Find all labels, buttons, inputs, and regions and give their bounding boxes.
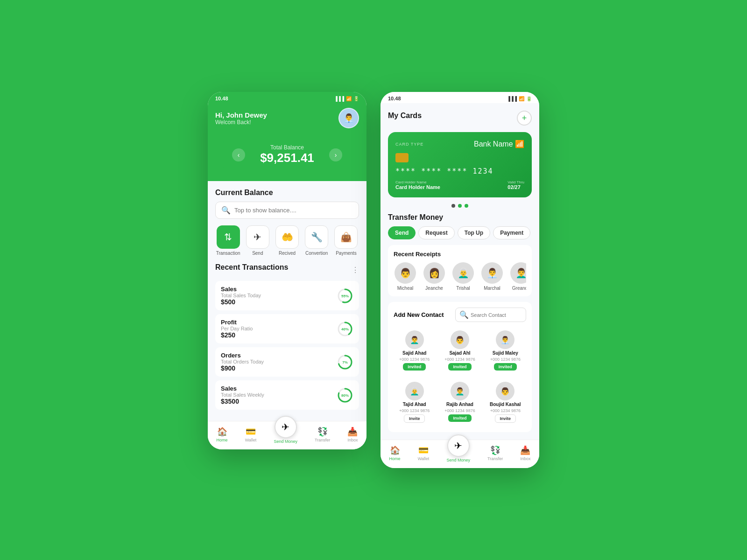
tab-request[interactable]: Request [418, 226, 454, 239]
receipt-avatar-micheal: 👨 [395, 262, 416, 284]
tx-amount: $500 [221, 298, 261, 306]
time-1: 10.48 [215, 96, 228, 101]
tab-payment[interactable]: Payment [493, 226, 530, 239]
nav-wallet[interactable]: 💳 Wallet [245, 427, 257, 442]
invite-button[interactable]: Invite [495, 414, 516, 423]
tx-amount: $900 [221, 364, 264, 372]
receipt-name-jeanche: Jeanche [425, 286, 443, 291]
send-money-fab[interactable]: ✈ [275, 416, 297, 438]
invite-button[interactable]: Invited [494, 363, 517, 371]
card-dots [388, 204, 532, 208]
search-bar[interactable]: 🔍 [215, 202, 359, 219]
action-send[interactable]: ✈ Send [245, 225, 270, 256]
recent-title: Recent Transactions [215, 263, 289, 272]
wifi-icon-2: 📶 [519, 96, 524, 101]
contact-avatar: 👨‍🦱 [405, 330, 424, 349]
send-fab-icon-2: ✈ [454, 440, 462, 451]
tab-send[interactable]: Send [388, 226, 416, 239]
tx-info-sales2: Sales Total Sales Weekly $3500 [221, 385, 264, 405]
action-received[interactable]: 🤲 Recived [274, 225, 300, 256]
transfer-icon: 💱 [317, 427, 328, 437]
contact-name: Sujid Maley [493, 350, 518, 356]
list-item[interactable]: 👩 Jeanche [423, 262, 446, 291]
receipt-avatar-trishal: 👨‍🦳 [452, 262, 474, 284]
next-arrow[interactable]: › [329, 148, 342, 161]
invite-button[interactable]: Invite [404, 414, 425, 423]
card-number: **** **** **** 1234 [395, 167, 524, 175]
status-bar-2: 10.48 ▐▐▐ 📶 🔋 [381, 92, 539, 103]
bank-name-area: Bank Name 📶 [474, 140, 524, 148]
search-contact[interactable]: 🔍 [455, 308, 526, 322]
tx-info-sales1: Sales Total Sales Today $500 [221, 286, 261, 306]
signal-icon: ▐▐▐ [334, 96, 344, 101]
avatar[interactable]: 👨‍💼 [338, 108, 359, 128]
send-icon: ✈ [246, 225, 269, 249]
wallet-label-2: Wallet [418, 456, 430, 461]
invite-button[interactable]: Invited [403, 363, 426, 371]
send-money-fab-2[interactable]: ✈ [447, 434, 470, 457]
card-dot-1[interactable] [451, 204, 455, 208]
list-item[interactable]: 👨‍🦱 Greanch [509, 262, 526, 291]
progress-ring-80: 80% [337, 387, 353, 404]
nav-inbox-2[interactable]: 📥 Inbox [520, 445, 530, 461]
home-label: Home [217, 438, 228, 442]
contact-phone: +000 1234 9876 [490, 408, 521, 413]
list-item[interactable]: 👨 Micheal [394, 262, 417, 291]
quick-actions: ⇅ Transaction ✈ Send 🤲 Recived 🔧 Convert… [215, 225, 359, 256]
action-transaction[interactable]: ⇅ Transaction [215, 225, 241, 256]
contact-phone: +000 1234 9876 [444, 408, 475, 413]
prev-arrow[interactable]: ‹ [232, 148, 245, 161]
nav-inbox[interactable]: 📥 Inbox [347, 427, 358, 442]
list-item: 👨‍🦱 Rajib Anhad +000 1234 9876 Invited [439, 378, 480, 427]
nav-send-money-2[interactable]: ✈ Send Money [446, 444, 470, 462]
table-row: Sales Total Sales Today $500 55% [215, 281, 359, 310]
action-payments[interactable]: 👜 Payments [333, 225, 359, 256]
contacts-header: Add New Contact 🔍 [394, 308, 526, 322]
card-dot-3[interactable] [465, 204, 468, 208]
wifi-card-icon: 📶 [515, 140, 524, 148]
nav-transfer[interactable]: 💱 Transfer [315, 427, 330, 442]
receipts-section: Recent Receipts 👨 Micheal 👩 Jeanche 👨‍🦳 … [388, 245, 532, 296]
phone2-body: My Cards + CARD TYPE Bank Name 📶 **** **… [381, 103, 539, 440]
more-options[interactable]: ⋮ [352, 266, 359, 274]
nav-home-2[interactable]: 🏠 Home [389, 445, 401, 461]
contact-row-2: 👨‍🦳 Tajid Ahad +000 1234 9876 Invite 👨‍🦱… [394, 378, 526, 427]
card-bottom: Card Holder Name Card Holder Name Valid … [395, 180, 524, 190]
nav-home[interactable]: 🏠 Home [217, 427, 228, 442]
invite-button[interactable]: Invited [448, 414, 471, 422]
phone-2: 10.48 ▐▐▐ 📶 🔋 My Cards + CARD TYPE [381, 92, 539, 468]
nav-transfer-2[interactable]: 💱 Transfer [487, 445, 503, 461]
invite-button[interactable]: Invited [448, 363, 471, 371]
balance-card: ‹ Total Balance $9,251.41 › [223, 138, 352, 172]
balance-info: Total Balance $9,251.41 [245, 144, 329, 165]
contact-avatar: 👨‍🦳 [405, 382, 424, 400]
search-input[interactable] [234, 207, 353, 214]
search-contact-input[interactable] [471, 312, 522, 318]
conversion-label: Convertion [305, 251, 328, 256]
send-money-label: Send Money [274, 439, 297, 444]
contacts-section: Add New Contact 🔍 👨‍🦱 Sajid Ahad +000 12… [388, 302, 532, 432]
send-label: Send [252, 251, 263, 256]
contact-phone: +000 1234 9876 [399, 408, 430, 413]
contacts-title: Add New Contact [394, 311, 444, 318]
receipt-name-greanch: Greanch [512, 286, 526, 291]
card-dot-2[interactable] [458, 204, 462, 208]
tx-amount: $250 [221, 331, 253, 339]
list-item[interactable]: 👨‍🦳 Trishal [451, 262, 475, 291]
holder-name: Card Holder Name [395, 184, 440, 190]
inbox-icon-2: 📥 [520, 445, 530, 455]
avatar-emoji: 👨‍💼 [344, 113, 354, 123]
nav-wallet-2[interactable]: 💳 Wallet [418, 445, 430, 461]
add-card-button[interactable]: + [517, 111, 532, 126]
home-label-2: Home [389, 456, 401, 461]
list-item: 👨‍💼 Sujid Maley +000 1234 9876 Invited [485, 327, 526, 374]
time-2: 10.48 [388, 96, 401, 101]
search-icon: 🔍 [221, 206, 231, 215]
tab-topup[interactable]: Top Up [458, 226, 490, 239]
nav-send-money[interactable]: ✈ Send Money [274, 425, 297, 444]
action-conversion[interactable]: 🔧 Convertion [304, 225, 330, 256]
transactions-header: Recent Transactions ⋮ [215, 263, 359, 276]
contact-avatar: 👨‍💼 [496, 330, 514, 349]
list-item[interactable]: 👨‍💼 Marchal [480, 262, 504, 291]
greeting-name: Hi, John Dewey [215, 111, 267, 119]
